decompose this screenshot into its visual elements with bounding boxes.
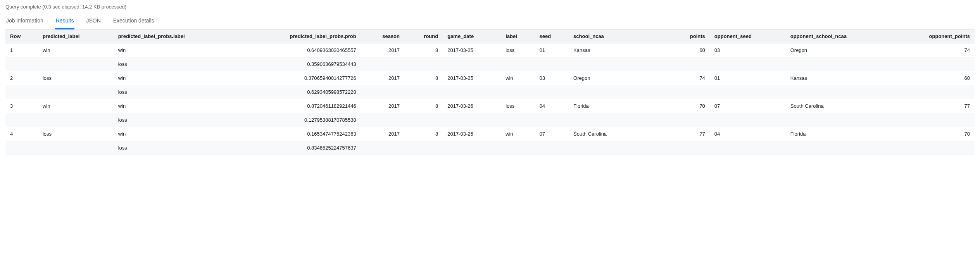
cell-opponent-points xyxy=(893,85,975,99)
cell-seed xyxy=(535,85,569,99)
col-predicted-label: predicted_label xyxy=(38,29,114,43)
cell-opponent-seed: 03 xyxy=(710,43,786,57)
header-row: Row predicted_label predicted_label_prob… xyxy=(5,29,975,43)
col-game-date: game_date xyxy=(443,29,501,43)
table-subrow: loss0.3590636979534443 xyxy=(5,57,975,71)
cell-prob-label: win xyxy=(114,71,238,85)
col-label: label xyxy=(501,29,535,43)
cell-prob-label: win xyxy=(114,99,238,113)
cell-round: 8 xyxy=(404,43,443,57)
cell-predicted-label xyxy=(38,113,114,127)
tab-execution-details[interactable]: Execution details xyxy=(112,14,155,29)
cell-opponent-points xyxy=(893,141,975,155)
cell-opponent-school-ncaa: Florida xyxy=(786,127,893,141)
cell-round xyxy=(404,141,443,155)
cell-predicted-label: win xyxy=(38,43,114,57)
cell-prob-label: loss xyxy=(114,57,238,71)
col-school-ncaa: school_ncaa xyxy=(569,29,670,43)
results-body: 1winwin0.6409363020465557201782017-03-25… xyxy=(5,43,975,155)
cell-predicted-label: loss xyxy=(38,127,114,141)
cell-game-date: 2017-03-25 xyxy=(443,71,501,85)
cell-school-ncaa: Oregon xyxy=(569,71,670,85)
col-season: season xyxy=(361,29,404,43)
cell-opponent-points: 74 xyxy=(893,43,975,57)
col-opponent-seed: opponent_seed xyxy=(710,29,786,43)
cell-round: 8 xyxy=(404,99,443,113)
tab-job-information[interactable]: Job information xyxy=(5,14,44,29)
tab-json[interactable]: JSON xyxy=(85,14,101,29)
cell-label: win xyxy=(501,127,535,141)
cell-game-date xyxy=(443,113,501,127)
cell-points xyxy=(670,57,710,71)
cell-row xyxy=(5,85,38,99)
cell-row: 2 xyxy=(5,71,38,85)
cell-season: 2017 xyxy=(361,43,404,57)
cell-points: 60 xyxy=(670,43,710,57)
cell-row xyxy=(5,113,38,127)
cell-prob-label: win xyxy=(114,127,238,141)
cell-points: 70 xyxy=(670,99,710,113)
cell-prob-value: 0.8720461182921446 xyxy=(237,99,361,113)
cell-game-date xyxy=(443,57,501,71)
cell-game-date xyxy=(443,85,501,99)
cell-school-ncaa xyxy=(569,85,670,99)
cell-opponent-school-ncaa xyxy=(786,85,893,99)
cell-round: 8 xyxy=(404,127,443,141)
cell-opponent-seed: 01 xyxy=(710,71,786,85)
cell-season: 2017 xyxy=(361,99,404,113)
cell-opponent-school-ncaa: South Carolina xyxy=(786,99,893,113)
cell-round xyxy=(404,57,443,71)
cell-game-date: 2017-03-26 xyxy=(443,127,501,141)
results-table: Row predicted_label predicted_label_prob… xyxy=(5,29,975,155)
cell-points xyxy=(670,85,710,99)
cell-seed: 04 xyxy=(535,99,569,113)
cell-season: 2017 xyxy=(361,127,404,141)
cell-seed: 03 xyxy=(535,71,569,85)
cell-school-ncaa xyxy=(569,57,670,71)
table-row: 1winwin0.6409363020465557201782017-03-25… xyxy=(5,43,975,57)
cell-prob-value: 0.37065940014277726 xyxy=(237,71,361,85)
col-seed: seed xyxy=(535,29,569,43)
cell-label xyxy=(501,57,535,71)
cell-seed xyxy=(535,57,569,71)
cell-label xyxy=(501,113,535,127)
cell-school-ncaa xyxy=(569,141,670,155)
cell-prob-label: loss xyxy=(114,141,238,155)
cell-seed: 07 xyxy=(535,127,569,141)
cell-row xyxy=(5,141,38,155)
cell-opponent-seed: 04 xyxy=(710,127,786,141)
cell-predicted-label xyxy=(38,57,114,71)
cell-opponent-seed: 07 xyxy=(710,99,786,113)
cell-season xyxy=(361,113,404,127)
cell-prob-value: 0.3590636979534443 xyxy=(237,57,361,71)
cell-label: loss xyxy=(501,43,535,57)
col-predicted-probs-label: predicted_label_probs.label xyxy=(114,29,238,43)
cell-row xyxy=(5,57,38,71)
cell-round xyxy=(404,113,443,127)
cell-points: 74 xyxy=(670,71,710,85)
cell-opponent-school-ncaa: Oregon xyxy=(786,43,893,57)
cell-opponent-school-ncaa xyxy=(786,113,893,127)
cell-season xyxy=(361,85,404,99)
cell-opponent-points: 77 xyxy=(893,99,975,113)
cell-predicted-label: loss xyxy=(38,71,114,85)
cell-game-date: 2017-03-25 xyxy=(443,43,501,57)
tab-results[interactable]: Results xyxy=(55,14,75,29)
cell-season xyxy=(361,141,404,155)
col-round: round xyxy=(404,29,443,43)
cell-predicted-label xyxy=(38,85,114,99)
cell-points xyxy=(670,113,710,127)
cell-opponent-school-ncaa: Kansas xyxy=(786,71,893,85)
cell-points xyxy=(670,141,710,155)
cell-prob-value: 0.1653474775242363 xyxy=(237,127,361,141)
cell-opponent-points xyxy=(893,113,975,127)
cell-prob-value: 0.6409363020465557 xyxy=(237,43,361,57)
cell-round xyxy=(404,85,443,99)
cell-label xyxy=(501,141,535,155)
cell-prob-label: loss xyxy=(114,85,238,99)
cell-school-ncaa: South Carolina xyxy=(569,127,670,141)
cell-school-ncaa: Kansas xyxy=(569,43,670,57)
cell-opponent-seed xyxy=(710,141,786,155)
cell-label: loss xyxy=(501,99,535,113)
cell-prob-value: 0.6293405998572228 xyxy=(237,85,361,99)
